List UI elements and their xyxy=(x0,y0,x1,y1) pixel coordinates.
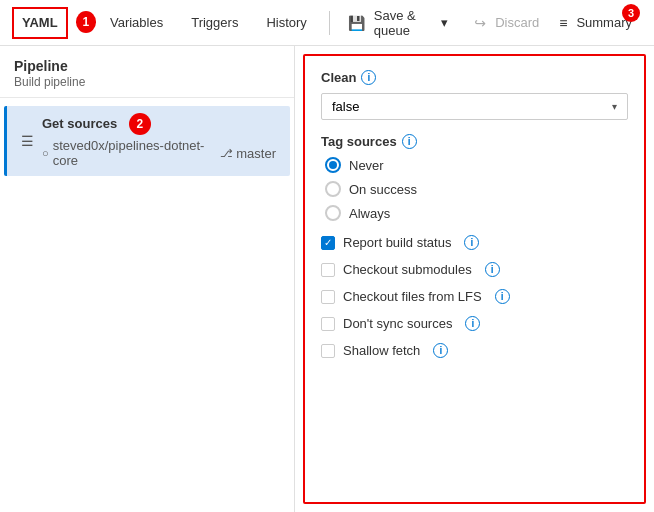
checkbox-checkout-lfs[interactable]: Checkout files from LFS i xyxy=(321,289,628,304)
checkbox-dont-sync-box xyxy=(321,317,335,331)
app-container: YAML 1 Variables Triggers History 💾 Save… xyxy=(0,0,654,512)
shallow-fetch-info-icon[interactable]: i xyxy=(433,343,448,358)
stage-repo: ○ steved0x/pipelines-dotnet-core ⎇ maste… xyxy=(42,138,276,168)
checkbox-checkout-submodules-box xyxy=(321,263,335,277)
radio-never-label: Never xyxy=(349,158,384,173)
tab-triggers[interactable]: Triggers xyxy=(177,0,252,46)
chevron-down-icon: ▾ xyxy=(612,101,617,112)
checkbox-shallow-fetch-label: Shallow fetch xyxy=(343,343,420,358)
badge-2: 2 xyxy=(129,113,151,135)
radio-never-circle xyxy=(325,157,341,173)
checkbox-group: Report build status i Checkout submodule… xyxy=(321,235,628,358)
yaml-tab-label: YAML xyxy=(22,15,58,30)
checkout-submodules-info-icon[interactable]: i xyxy=(485,262,500,277)
top-nav: YAML 1 Variables Triggers History 💾 Save… xyxy=(0,0,654,46)
tag-sources-section: Tag sources i Never On success Always xyxy=(321,134,628,221)
nav-actions: 💾 Save & queue ▾ ↩ Discard ≡ Summary 3 xyxy=(338,0,642,46)
stage-name: Get sources 2 xyxy=(42,114,276,136)
pipeline-header: Pipeline Build pipeline xyxy=(0,46,294,98)
checkout-lfs-info-icon[interactable]: i xyxy=(495,289,510,304)
checkbox-report-build-status[interactable]: Report build status i xyxy=(321,235,628,250)
stages-list: ☰ Get sources 2 ○ steved0x/pipelines-dot… xyxy=(0,98,294,512)
clean-section-header: Clean i xyxy=(321,70,628,85)
stage-icon: ☰ xyxy=(21,133,34,149)
discard-label: Discard xyxy=(495,15,539,30)
discard-icon: ↩ xyxy=(474,15,486,31)
clean-info-icon[interactable]: i xyxy=(361,70,376,85)
tab-variables[interactable]: Variables xyxy=(96,0,177,46)
checkbox-checkout-submodules[interactable]: Checkout submodules i xyxy=(321,262,628,277)
radio-always[interactable]: Always xyxy=(325,205,628,221)
save-queue-button[interactable]: 💾 Save & queue ▾ xyxy=(338,0,464,46)
radio-group: Never On success Always xyxy=(321,157,628,221)
stage-branch: ⎇ master xyxy=(220,146,276,161)
pipeline-title: Pipeline xyxy=(14,58,280,74)
clean-dropdown[interactable]: false ▾ xyxy=(321,93,628,120)
checkbox-report-build-status-label: Report build status xyxy=(343,235,451,250)
checkbox-report-build-status-box xyxy=(321,236,335,250)
radio-on-success-label: On success xyxy=(349,182,417,197)
radio-never[interactable]: Never xyxy=(325,157,628,173)
checkbox-shallow-fetch[interactable]: Shallow fetch i xyxy=(321,343,628,358)
right-panel: Clean i false ▾ Tag sources i Never xyxy=(303,54,646,504)
save-chevron[interactable]: ▾ xyxy=(435,0,454,46)
save-icon: 💾 xyxy=(348,15,365,31)
nav-divider xyxy=(329,11,330,35)
checkbox-shallow-fetch-box xyxy=(321,344,335,358)
main-layout: Pipeline Build pipeline ☰ Get sources 2 … xyxy=(0,46,654,512)
triggers-label: Triggers xyxy=(191,15,238,30)
radio-on-success-circle xyxy=(325,181,341,197)
summary-button[interactable]: ≡ Summary 3 xyxy=(549,0,642,46)
tag-sources-header: Tag sources i xyxy=(321,134,628,149)
badge-3: 3 xyxy=(622,4,640,22)
discard-button[interactable]: ↩ Discard xyxy=(464,0,549,46)
radio-on-success[interactable]: On success xyxy=(325,181,628,197)
report-build-status-info-icon[interactable]: i xyxy=(464,235,479,250)
variables-label: Variables xyxy=(110,15,163,30)
stage-info: Get sources 2 ○ steved0x/pipelines-dotne… xyxy=(42,114,276,168)
stage-item-get-sources[interactable]: ☰ Get sources 2 ○ steved0x/pipelines-dot… xyxy=(4,106,290,176)
checkbox-checkout-lfs-label: Checkout files from LFS xyxy=(343,289,482,304)
tag-sources-info-icon[interactable]: i xyxy=(402,134,417,149)
clean-label: Clean xyxy=(321,70,356,85)
branch-icon: ⎇ xyxy=(220,147,233,160)
tag-sources-label: Tag sources xyxy=(321,134,397,149)
save-queue-label: Save & queue xyxy=(374,8,430,38)
checkbox-checkout-submodules-label: Checkout submodules xyxy=(343,262,472,277)
summary-icon: ≡ xyxy=(559,15,567,31)
tab-history[interactable]: History xyxy=(252,0,320,46)
left-panel: Pipeline Build pipeline ☰ Get sources 2 … xyxy=(0,46,295,512)
checkbox-checkout-lfs-box xyxy=(321,290,335,304)
history-label: History xyxy=(266,15,306,30)
radio-always-label: Always xyxy=(349,206,390,221)
dont-sync-info-icon[interactable]: i xyxy=(465,316,480,331)
checkbox-dont-sync-label: Don't sync sources xyxy=(343,316,452,331)
badge-1: 1 xyxy=(76,11,96,33)
tab-yaml[interactable]: YAML xyxy=(12,7,68,39)
clean-value: false xyxy=(332,99,359,114)
repo-icon: ○ xyxy=(42,147,49,159)
radio-always-circle xyxy=(325,205,341,221)
checkbox-dont-sync[interactable]: Don't sync sources i xyxy=(321,316,628,331)
pipeline-subtitle: Build pipeline xyxy=(14,75,280,89)
